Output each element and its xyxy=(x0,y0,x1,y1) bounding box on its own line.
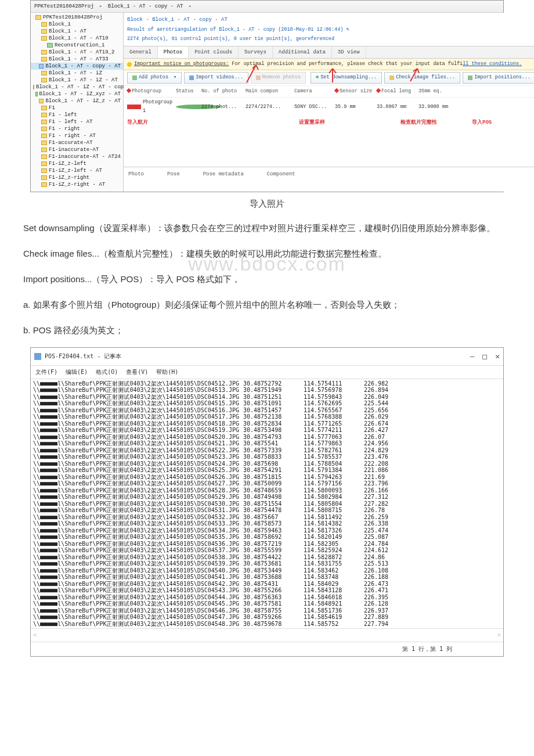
add-photos-button[interactable]: Add photos▾ xyxy=(127,72,182,83)
column-header[interactable]: Camera xyxy=(294,87,331,96)
tab-additional-data[interactable]: Additional data xyxy=(273,46,332,58)
column-header[interactable]: No. of photo xyxy=(201,87,242,96)
tab-general[interactable]: General xyxy=(124,46,158,58)
photogroup-table-row[interactable]: Photogroup 12274 phot...2274/2274...SONY… xyxy=(124,98,534,117)
menu-item[interactable]: 编辑(E) xyxy=(66,367,88,377)
pos-row: \\■■■■■l\ShareBuf\PPK正射测试0403\2架次\144501… xyxy=(33,413,501,420)
cell: 2274/2274... xyxy=(246,103,291,111)
pos-row: \\■■■■■l\ShareBuf\PPK正射测试0403\2架次\144501… xyxy=(33,394,501,401)
folder-icon xyxy=(41,175,47,180)
pos-row: \\■■■■■l\ShareBuf\PPK正射测试0403\2架次\144501… xyxy=(33,614,501,621)
details-tab[interactable]: Photo xyxy=(128,170,144,179)
annot-check-files: 检查航片完整性 xyxy=(400,118,437,127)
column-header[interactable]: Focal leng xyxy=(377,87,415,96)
details-tab[interactable]: Pose metadata xyxy=(203,170,244,179)
warning-prefix: Important notice on photogroups: xyxy=(134,61,229,67)
warning-link[interactable]: ll these conditions. xyxy=(463,61,522,67)
pos-row: \\■■■■■l\ShareBuf\PPK正射测试0403\2架次\144501… xyxy=(33,440,501,447)
cell: 33.8067 mm xyxy=(377,103,415,111)
close-icon[interactable]: ✕ xyxy=(495,350,500,363)
tab-3d-view[interactable]: 3D view xyxy=(332,46,366,58)
column-header[interactable]: Sensor size xyxy=(335,87,373,96)
minimize-icon[interactable]: — xyxy=(470,350,475,363)
pos-row: \\■■■■■l\ShareBuf\PPK正射测试0403\2架次\144501… xyxy=(33,501,501,507)
np-menubar[interactable]: 文件(F)编辑(E)格式(O)查看(V)帮助(H) xyxy=(31,366,503,379)
pos-row: \\■■■■■l\ShareBuf\PPK正射测试0403\2架次\144501… xyxy=(33,574,501,581)
chevron-right-icon: ▸ xyxy=(99,3,102,9)
project-tree[interactable]: PPKTest20180428ProjBlock_1Block_1 - ATBl… xyxy=(31,13,124,192)
warning-text: For optimal precision and performance, p… xyxy=(229,61,463,67)
annot-downsampling: 设置重采样 xyxy=(299,118,325,127)
folder-icon xyxy=(41,134,47,138)
menu-item[interactable]: 帮助(H) xyxy=(156,367,178,377)
column-header[interactable]: Main compon xyxy=(246,87,291,96)
pos-row: \\■■■■■l\ShareBuf\PPK正射测试0403\2架次\144501… xyxy=(33,594,501,601)
tree-item[interactable]: PPKTest20180428Proj xyxy=(31,14,123,21)
column-header[interactable]: Status xyxy=(176,87,198,96)
cell: Photogroup 1 xyxy=(127,98,172,116)
column-header[interactable]: Photogroup xyxy=(127,87,172,96)
para-check-files: Check image files...（检查航片完整性）：建模失败的时候可以用… xyxy=(23,245,511,262)
np-status-pos: 第 1 行，第 1 列 xyxy=(402,644,452,654)
folder-icon xyxy=(33,85,34,89)
folder-icon xyxy=(41,50,47,55)
flag-icon xyxy=(127,105,141,109)
folder-icon xyxy=(47,43,53,48)
folder-icon xyxy=(41,120,47,124)
pos-row: \\■■■■■l\ShareBuf\PPK正射测试0403\2架次\144501… xyxy=(33,460,501,467)
pos-row: \\■■■■■l\ShareBuf\PPK正射测试0403\2架次\144501… xyxy=(33,427,501,434)
breadcrumb-seg-2[interactable]: Block_1 - AT - copy - AT xyxy=(108,3,183,9)
import-videos-button[interactable]: Import videos... xyxy=(184,72,248,83)
details-tab[interactable]: Component xyxy=(267,170,295,179)
menu-item[interactable]: 文件(F) xyxy=(35,367,57,377)
warning-icon xyxy=(127,62,132,67)
check-image-files-button[interactable]: Check image files... xyxy=(384,72,460,83)
arrow-icon xyxy=(327,66,338,84)
tab-photos[interactable]: Photos xyxy=(158,46,189,58)
np-title: POS-F20404.txt - 记事本 xyxy=(45,351,121,362)
tree-item[interactable]: F1-iZ_z-right - AT xyxy=(31,181,123,188)
folder-icon xyxy=(41,127,47,131)
np-hscroll[interactable]: <> xyxy=(31,628,503,642)
pos-row: \\■■■■■l\ShareBuf\PPK正射测试0403\2架次\144501… xyxy=(33,447,501,454)
para-note-a: a. 如果有多个照片组（Photogroup）则必须保证每个照片组中的照片名称唯… xyxy=(23,296,511,314)
maximize-icon[interactable]: □ xyxy=(482,350,487,363)
tab-point-clouds[interactable]: Point clouds xyxy=(189,46,239,58)
pos-row: \\■■■■■l\ShareBuf\PPK正射测试0403\2架次\144501… xyxy=(33,514,501,521)
annot-import-photos: 导入航片 xyxy=(127,118,148,127)
pos-row: \\■■■■■l\ShareBuf\PPK正射测试0403\2架次\144501… xyxy=(33,507,501,514)
cell: SONY DSC... xyxy=(294,103,331,111)
folder-icon xyxy=(35,15,41,20)
notepad-screenshot: www.bdocx.com POS-F20404.txt - 记事本 — □ ✕… xyxy=(30,347,504,657)
import-positions-button[interactable]: Import positions... xyxy=(463,72,534,83)
details-tabs: PhotoPosePose metadataComponent xyxy=(124,167,534,181)
folder-icon xyxy=(41,57,47,62)
folder-icon xyxy=(41,36,47,41)
pos-row: \\■■■■■l\ShareBuf\PPK正射测试0403\2架次\144501… xyxy=(33,600,501,607)
np-body[interactable]: \\■■■■■l\ShareBuf\PPK正射测试0403\2架次\144501… xyxy=(31,379,503,629)
context-capture-screenshot: PPKTest20180428Proj ▸ Block_1 - AT - cop… xyxy=(30,0,504,192)
tab-surveys[interactable]: Surveys xyxy=(239,46,273,58)
details-tab[interactable]: Pose xyxy=(167,170,180,179)
pos-row: \\■■■■■l\ShareBuf\PPK正射测试0403\2架次\144501… xyxy=(33,554,501,561)
main-panel: Block - Block_1 - AT - copy - AT Result … xyxy=(124,13,534,192)
folder-icon xyxy=(41,78,47,82)
tree-item-label: F1-iZ_z-right - AT xyxy=(49,180,105,189)
menu-item[interactable]: 查看(V) xyxy=(126,367,148,377)
np-statusbar: 第 1 行，第 1 列 xyxy=(31,642,503,656)
block-subtitle-2: 2274 photo(s), 91 control point(s), 0 us… xyxy=(124,35,534,46)
figure-caption: 导入照片 xyxy=(0,196,534,211)
pos-row: \\■■■■■l\ShareBuf\PPK正射测试0403\2架次\144501… xyxy=(33,453,501,460)
set-downsampling-button[interactable]: ✽Set downsampling... xyxy=(311,72,382,83)
breadcrumb: PPKTest20180428Proj ▸ Block_1 - AT - cop… xyxy=(31,1,503,13)
pos-row: \\■■■■■l\ShareBuf\PPK正射测试0403\2架次\144501… xyxy=(33,621,501,628)
arrow-icon xyxy=(246,60,263,84)
breadcrumb-seg-1[interactable]: PPKTest20180428Proj xyxy=(34,3,94,9)
pos-row: \\■■■■■l\ShareBuf\PPK正射测试0403\2架次\144501… xyxy=(33,567,501,574)
pos-row: \\■■■■■l\ShareBuf\PPK正射测试0403\2架次\144501… xyxy=(33,520,501,527)
np-titlebar: POS-F20404.txt - 记事本 — □ ✕ xyxy=(31,348,503,365)
folder-icon xyxy=(39,99,44,103)
menu-item[interactable]: 格式(O) xyxy=(96,367,118,377)
photogroup-table-header: PhotogroupStatusNo. of photoMain componC… xyxy=(124,86,534,98)
folder-icon xyxy=(41,106,47,110)
